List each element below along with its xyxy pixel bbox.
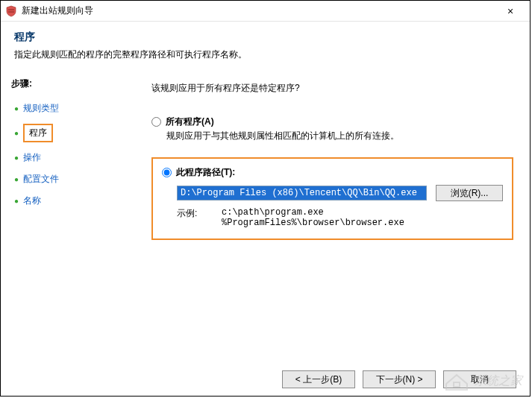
- step-action[interactable]: ● 操作: [11, 147, 126, 168]
- step-profile[interactable]: ● 配置文件: [11, 168, 126, 190]
- svg-rect-1: [8, 11, 14, 13]
- wizard-header: 程序 指定此规则匹配的程序的完整程序路径和可执行程序名称。: [1, 22, 530, 72]
- wizard-body: 步骤: ● 规则类型 ● 程序 ● 操作 ● 配置文件: [1, 72, 530, 385]
- bullet-icon: ●: [14, 104, 19, 113]
- wizard-window: 新建出站规则向导 × 程序 指定此规则匹配的程序的完整程序路径和可执行程序名称。…: [0, 0, 531, 397]
- step-name[interactable]: ● 名称: [11, 190, 126, 212]
- example-line-1: c:\path\program.exe: [222, 207, 404, 218]
- browse-button[interactable]: 浏览(R)...: [436, 185, 503, 201]
- example-block: 示例: c:\path\program.exe %ProgramFiles%\b…: [177, 207, 503, 228]
- radio-all-label: 所有程序(A): [166, 116, 214, 128]
- sidebar: 步骤: ● 规则类型 ● 程序 ● 操作 ● 配置文件: [1, 72, 135, 385]
- example-label: 示例:: [177, 207, 222, 228]
- step-label: 规则类型: [23, 102, 59, 115]
- step-label: 配置文件: [23, 173, 59, 186]
- page-title: 程序: [14, 31, 516, 44]
- cancel-button[interactable]: 取消: [443, 370, 516, 388]
- close-button[interactable]: ×: [495, 5, 525, 17]
- program-path-input[interactable]: [177, 186, 427, 200]
- back-button[interactable]: < 上一步(B): [282, 370, 355, 388]
- content-panel: 该规则应用于所有程序还是特定程序? 所有程序(A) 规则应用于与其他规则属性相匹…: [135, 72, 530, 385]
- sidebar-title: 步骤:: [11, 78, 126, 90]
- example-lines: c:\path\program.exe %ProgramFiles%\brows…: [222, 207, 404, 228]
- radio-program-path[interactable]: [162, 168, 172, 177]
- step-list: ● 规则类型 ● 程序 ● 操作 ● 配置文件 ● 名称: [11, 98, 126, 212]
- page-subtitle: 指定此规则匹配的程序的完整程序路径和可执行程序名称。: [14, 48, 516, 61]
- window-title: 新建出站规则向导: [22, 4, 495, 17]
- step-program[interactable]: ● 程序: [11, 119, 126, 147]
- step-rule-type[interactable]: ● 规则类型: [11, 98, 126, 119]
- wizard-footer: < 上一步(B) 下一步(N) > 取消: [282, 370, 516, 388]
- step-label: 操作: [23, 151, 41, 164]
- radio-path-label: 此程序路径(T):: [176, 166, 235, 179]
- step-label: 程序: [23, 124, 53, 142]
- next-button[interactable]: 下一步(N) >: [363, 370, 436, 388]
- option-all-programs[interactable]: 所有程序(A): [151, 116, 513, 128]
- bullet-icon: ●: [14, 154, 19, 162]
- prompt-text: 该规则应用于所有程序还是特定程序?: [151, 82, 513, 95]
- path-row: 浏览(R)...: [177, 185, 503, 201]
- titlebar: 新建出站规则向导 ×: [1, 1, 530, 22]
- radio-all-programs[interactable]: [151, 117, 161, 127]
- option-all-desc: 规则应用于与其他规则属性相匹配的计算机上的所有连接。: [166, 130, 513, 142]
- option-program-path[interactable]: 此程序路径(T):: [162, 166, 503, 179]
- bullet-icon: ●: [14, 129, 19, 137]
- bullet-icon: ●: [14, 175, 19, 183]
- step-label: 名称: [23, 195, 41, 207]
- bullet-icon: ●: [14, 197, 19, 205]
- example-line-2: %ProgramFiles%\browser\browser.exe: [222, 218, 404, 228]
- svg-rect-0: [8, 9, 14, 10]
- firewall-icon: [5, 5, 17, 17]
- program-path-group: 此程序路径(T): 浏览(R)... 示例: c:\path\program.e…: [151, 157, 513, 240]
